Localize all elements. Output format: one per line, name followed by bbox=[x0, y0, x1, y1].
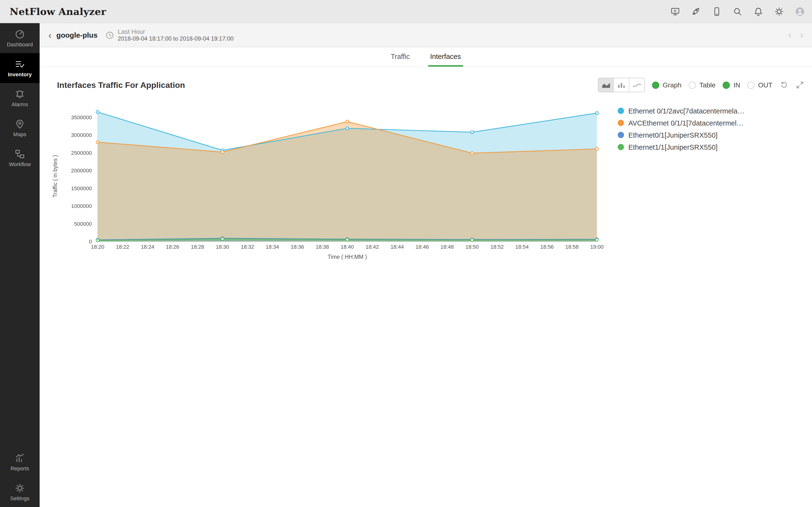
sidebar-item-workflow[interactable]: Workflow bbox=[0, 143, 40, 173]
out-radio-dot[interactable] bbox=[748, 81, 755, 89]
svg-text:2500000: 2500000 bbox=[71, 150, 92, 156]
svg-text:18:44: 18:44 bbox=[391, 244, 404, 250]
legend-label: Ethernet 0/1/2avc[7datacentermela… bbox=[628, 107, 744, 115]
in-radio-label: IN bbox=[733, 81, 740, 89]
sidebar-item-dashboard[interactable]: Dashboard bbox=[0, 23, 40, 53]
sidebar-spacer bbox=[0, 173, 40, 447]
refresh-icon[interactable] bbox=[779, 80, 788, 89]
sidebar-item-label: Dashboard bbox=[7, 42, 33, 47]
line-chart-type-button[interactable] bbox=[629, 78, 644, 92]
svg-text:1500000: 1500000 bbox=[71, 185, 92, 191]
chart-controls: Graph Table IN OUT bbox=[598, 78, 804, 92]
legend-dot-icon bbox=[618, 120, 624, 126]
main-area: ‹ google-plus Last Hour 2018-09-04 18:17… bbox=[40, 23, 812, 507]
sidebar-item-maps[interactable]: Maps bbox=[0, 113, 40, 143]
bar-chart-type-button[interactable] bbox=[614, 78, 629, 92]
training-icon[interactable] bbox=[670, 6, 680, 17]
svg-text:2000000: 2000000 bbox=[71, 168, 92, 174]
notifications-bell-icon[interactable] bbox=[753, 6, 764, 17]
sidebar-item-label: Alarms bbox=[12, 101, 28, 107]
graph-radio[interactable]: Graph bbox=[652, 81, 681, 89]
legend-item[interactable]: Ethernet0/1[JuniperSRX550] bbox=[618, 129, 763, 141]
svg-text:18:54: 18:54 bbox=[515, 244, 529, 250]
panel-content: Interfaces Traffic For Application bbox=[40, 67, 812, 507]
svg-text:1000000: 1000000 bbox=[71, 203, 92, 209]
line-chart-icon bbox=[632, 82, 641, 88]
svg-text:Traffic ( in bytes ): Traffic ( in bytes ) bbox=[52, 155, 58, 198]
svg-text:18:50: 18:50 bbox=[465, 244, 479, 250]
legend-dot-icon bbox=[618, 108, 624, 114]
top-bar: NetFlow Analyzer bbox=[0, 0, 812, 23]
sidebar-item-alarms[interactable]: Alarms bbox=[0, 83, 40, 113]
tab-traffic[interactable]: Traffic bbox=[389, 47, 412, 67]
mobile-app-icon[interactable] bbox=[711, 6, 722, 17]
workflow-icon bbox=[14, 149, 25, 159]
svg-text:18:46: 18:46 bbox=[415, 244, 429, 250]
period-label: Last Hour bbox=[118, 28, 234, 35]
sidebar-item-inventory[interactable]: Inventory bbox=[0, 53, 40, 83]
legend-dot-icon bbox=[618, 144, 624, 150]
svg-text:3500000: 3500000 bbox=[71, 114, 92, 120]
sidebar-item-reports[interactable]: Reports bbox=[0, 447, 40, 477]
svg-text:18:24: 18:24 bbox=[141, 244, 154, 250]
tab-interfaces[interactable]: Interfaces bbox=[428, 47, 463, 67]
search-icon[interactable] bbox=[732, 6, 743, 17]
sidebar-item-label: Settings bbox=[10, 495, 30, 501]
tab-bar: Traffic Interfaces bbox=[40, 47, 812, 67]
sidebar-item-label: Reports bbox=[10, 465, 29, 471]
legend-label: Ethernet0/1[JuniperSRX550] bbox=[628, 131, 717, 139]
svg-text:18:40: 18:40 bbox=[341, 244, 354, 250]
sidebar-item-settings[interactable]: Settings bbox=[0, 477, 40, 507]
time-period[interactable]: Last Hour 2018-09-04 18:17:00 to 2018-09… bbox=[118, 28, 234, 42]
svg-text:18:28: 18:28 bbox=[191, 244, 204, 250]
out-radio-label: OUT bbox=[758, 81, 772, 89]
svg-text:18:34: 18:34 bbox=[266, 244, 279, 250]
table-radio[interactable]: Table bbox=[689, 81, 716, 89]
sidebar-item-label: Inventory bbox=[8, 71, 32, 77]
area-chart-type-button[interactable] bbox=[598, 78, 614, 92]
sidebar-item-label: Maps bbox=[13, 131, 27, 137]
chart-legend: Ethernet 0/1/2avc[7datacentermela…AVCEth… bbox=[618, 105, 763, 153]
svg-text:18:30: 18:30 bbox=[216, 244, 229, 250]
svg-text:18:58: 18:58 bbox=[565, 244, 578, 250]
in-radio-dot[interactable] bbox=[723, 81, 730, 89]
legend-label: Ethernet1/1[JuniperSRX550] bbox=[628, 143, 717, 151]
user-avatar[interactable] bbox=[795, 6, 805, 17]
traffic-chart[interactable]: 0500000100000015000002000000250000030000… bbox=[40, 99, 610, 267]
expand-icon[interactable] bbox=[796, 80, 804, 89]
left-sidebar: Dashboard Inventory Alarms Maps Workflow bbox=[0, 23, 40, 507]
svg-text:500000: 500000 bbox=[74, 221, 92, 227]
legend-dot-icon bbox=[618, 132, 624, 138]
chart-type-group bbox=[598, 78, 645, 92]
out-radio[interactable]: OUT bbox=[748, 81, 772, 89]
entity-name[interactable]: google-plus bbox=[56, 31, 97, 39]
dashboard-gauge-icon bbox=[14, 29, 25, 40]
bar-chart-icon bbox=[617, 82, 626, 88]
pager: ‹ › bbox=[788, 23, 803, 47]
entity-header: ‹ google-plus Last Hour 2018-09-04 18:17… bbox=[40, 23, 812, 47]
sidebar-item-label: Workflow bbox=[9, 161, 31, 167]
maps-pin-icon bbox=[14, 119, 25, 129]
svg-text:18:42: 18:42 bbox=[366, 244, 379, 250]
graph-radio-dot[interactable] bbox=[652, 81, 659, 89]
clock-icon bbox=[105, 31, 114, 39]
legend-item[interactable]: Ethernet 0/1/2avc[7datacentermela… bbox=[618, 105, 763, 117]
svg-text:18:26: 18:26 bbox=[166, 244, 179, 250]
back-arrow[interactable]: ‹ bbox=[48, 30, 51, 40]
table-radio-dot[interactable] bbox=[689, 81, 696, 89]
svg-text:18:38: 18:38 bbox=[316, 244, 329, 250]
legend-item[interactable]: Ethernet1/1[JuniperSRX550] bbox=[618, 141, 763, 153]
topbar-icon-group bbox=[670, 6, 805, 17]
in-radio[interactable]: IN bbox=[723, 81, 740, 89]
reports-chart-icon bbox=[14, 453, 25, 463]
launch-rocket-icon[interactable] bbox=[691, 6, 701, 17]
legend-item[interactable]: AVCEthernet 0/1/1[7datacentermel… bbox=[618, 117, 763, 129]
pager-next-icon[interactable]: › bbox=[800, 30, 803, 41]
svg-text:Time ( HH:MM ): Time ( HH:MM ) bbox=[328, 254, 367, 260]
svg-text:19:00: 19:00 bbox=[590, 244, 603, 250]
inventory-list-icon bbox=[14, 59, 25, 69]
svg-text:18:52: 18:52 bbox=[490, 244, 504, 250]
settings-gear-icon[interactable] bbox=[774, 6, 784, 17]
svg-text:18:48: 18:48 bbox=[441, 244, 454, 250]
pager-prev-icon[interactable]: ‹ bbox=[788, 30, 791, 41]
